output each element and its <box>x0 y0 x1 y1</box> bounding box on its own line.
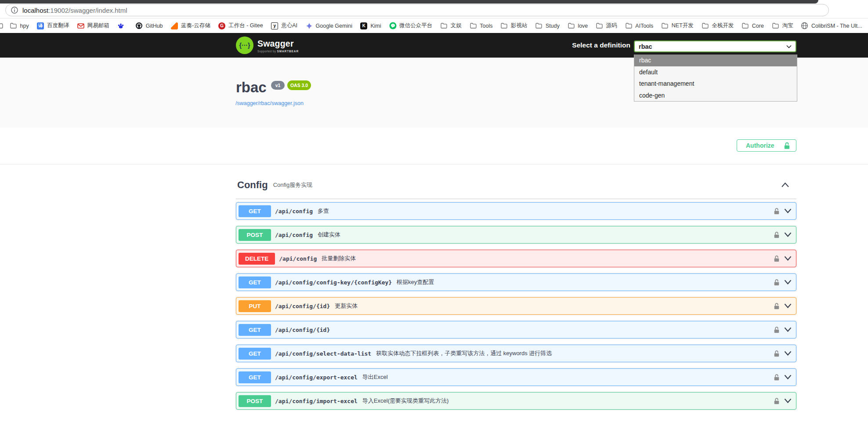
address-bar[interactable]: localhost:19002/swagger/index.html <box>5 4 829 16</box>
bookmark-item[interactable] <box>117 22 128 29</box>
bookmark-item[interactable]: ColibriSM - The Ult... <box>801 22 862 29</box>
lock-icon[interactable] <box>774 231 780 239</box>
lock-icon[interactable] <box>774 374 780 381</box>
bookmark-label: 全栈开发 <box>712 22 734 29</box>
definition-dropdown: rbacdefaulttenant-managementcode-gen <box>634 55 797 102</box>
bookmark-item[interactable]: Google Gemini <box>305 22 352 29</box>
operation-row-get-5[interactable]: GET/api/config/{id} <box>236 321 796 338</box>
bookmark-label: Core <box>752 23 764 29</box>
bookmark-label: GitHub <box>146 23 163 29</box>
bookmark-item[interactable]: 淘宝 <box>772 22 793 29</box>
operation-row-get-3[interactable]: GET/api/config/config-key/{configKey}根据k… <box>236 273 796 291</box>
lock-icon[interactable] <box>774 326 780 334</box>
bookmark-item[interactable]: KKimi <box>360 22 381 29</box>
bookmark-item[interactable]: Core <box>741 22 764 29</box>
operation-row-get-7[interactable]: GET/api/config/export-excel导出Excel <box>236 368 796 386</box>
operation-path: /api/config/{id} <box>275 303 330 309</box>
bookmark-label: 意心AI <box>281 22 297 29</box>
tag-divider <box>236 199 796 199</box>
swagger-logo-icon: {···} <box>236 36 253 54</box>
operation-path: /api/config <box>275 232 313 238</box>
operation-row-get-0[interactable]: GET/api/config多查 <box>236 202 796 220</box>
lock-icon[interactable] <box>774 207 780 215</box>
bookmark-item[interactable]: hpy <box>10 22 29 29</box>
tag-title: Config <box>237 179 268 191</box>
favicon-yixin: y <box>271 22 278 29</box>
lock-icon[interactable] <box>774 255 780 262</box>
favicon-gemini <box>305 22 313 29</box>
method-badge: DELETE <box>239 253 275 265</box>
expand-chevron-down-icon[interactable] <box>784 398 792 404</box>
definition-option-default[interactable]: default <box>634 66 797 78</box>
bookmark-label: 工作台 - Gitee <box>228 22 263 29</box>
bookmark-label: Google Gemini <box>316 23 352 29</box>
folder-icon <box>625 22 633 29</box>
folder-icon <box>772 22 779 29</box>
bookmark-label: 淘宝 <box>782 22 793 29</box>
api-title: rbac <box>236 80 267 95</box>
operation-row-put-4[interactable]: PUT/api/config/{id}更新实体 <box>236 297 796 315</box>
operation-row-delete-2[interactable]: DELETE/api/config批量删除实体 <box>236 250 796 267</box>
operation-summary: 导入Excel(需要实现类重写此方法) <box>362 397 448 405</box>
operation-path: /api/config/import-excel <box>275 398 358 404</box>
bookmark-label: Tools <box>480 23 492 29</box>
bookmark-item[interactable]: GitHub <box>135 22 163 29</box>
spec-json-link[interactable]: /swagger/rbac/swagger.json <box>235 100 304 106</box>
expand-chevron-down-icon[interactable] <box>784 303 792 309</box>
bookmark-item[interactable]: 源码 <box>596 22 617 29</box>
definition-option-rbac[interactable]: rbac <box>634 55 797 66</box>
authorize-button[interactable]: Authorize <box>737 139 796 152</box>
bookmark-item[interactable]: 网易邮箱 <box>77 22 109 29</box>
bookmark-label: 网易邮箱 <box>87 22 109 29</box>
bookmark-label: 百度翻译 <box>47 22 69 29</box>
bookmark-item[interactable]: 微信公众平台 <box>389 22 433 29</box>
bookmark-item[interactable]: G工作台 - Gitee <box>218 22 263 29</box>
favicon-square: 译 <box>37 22 44 29</box>
bookmark-item[interactable]: love <box>568 22 588 29</box>
bookmark-item[interactable]: Study <box>535 22 559 29</box>
bookmark-label: 微信公众平台 <box>399 22 432 29</box>
url-text: localhost:19002/swagger/index.html <box>22 7 127 14</box>
definition-select[interactable]: rbac <box>634 40 796 52</box>
method-badge: GET <box>239 348 271 360</box>
bookmark-item[interactable]: Tools <box>470 22 493 29</box>
scheme-container: Authorize <box>0 127 868 164</box>
bookmark-item[interactable]: 全栈开发 <box>702 22 734 29</box>
operation-path: /api/config <box>275 208 313 215</box>
page-info-icon[interactable] <box>11 7 18 14</box>
operation-row-get-6[interactable]: GET/api/config/select-data-list获取实体动态下拉框… <box>236 345 796 362</box>
operation-summary: 多查 <box>318 207 329 215</box>
swagger-logo[interactable]: {···} Swagger Supported by SMARTBEAR <box>236 36 299 54</box>
operation-row-post-1[interactable]: POST/api/config创建实体 <box>236 226 796 244</box>
definition-option-tenant-management[interactable]: tenant-management <box>634 78 797 90</box>
operation-path: /api/config <box>279 255 317 262</box>
expand-chevron-down-icon[interactable] <box>784 375 792 380</box>
lock-icon[interactable] <box>774 302 780 310</box>
expand-chevron-down-icon[interactable] <box>784 232 792 237</box>
bookmark-item[interactable]: NET开发 <box>661 22 694 29</box>
bookmark-item[interactable]: AITools <box>625 22 654 29</box>
operation-summary: 导出Excel <box>362 373 388 381</box>
bookmark-label: 源码 <box>606 22 617 29</box>
bookmark-item[interactable]: y意心AI <box>271 22 297 29</box>
bookmark-item[interactable]: 蓝奏-云存储 <box>171 22 210 29</box>
lock-icon[interactable] <box>774 397 780 405</box>
operation-path: /api/config/export-excel <box>275 374 358 381</box>
expand-chevron-down-icon[interactable] <box>784 208 792 214</box>
collapse-chevron-up-icon[interactable] <box>781 182 789 188</box>
lock-icon[interactable] <box>774 279 780 286</box>
browser-top-band <box>0 0 818 4</box>
bookmark-item[interactable]: 文娱 <box>440 22 462 29</box>
operation-summary: 获取实体动态下拉框列表，子类重写该方法，通过 keywords 进行筛选 <box>376 349 552 357</box>
lock-icon[interactable] <box>774 350 780 357</box>
operation-row-post-8[interactable]: POST/api/config/import-excel导入Excel(需要实现… <box>236 392 796 410</box>
tag-header-config[interactable]: Config Config服务实现 <box>236 178 796 193</box>
bookmark-item[interactable]: 译百度翻译 <box>37 22 69 29</box>
method-badge: GET <box>239 324 271 336</box>
expand-chevron-down-icon[interactable] <box>784 351 792 356</box>
expand-chevron-down-icon[interactable] <box>784 256 792 261</box>
expand-chevron-down-icon[interactable] <box>784 327 792 332</box>
bookmark-item[interactable]: 影视站 <box>500 22 527 29</box>
expand-chevron-down-icon[interactable] <box>784 280 792 285</box>
definition-option-code-gen[interactable]: code-gen <box>634 90 797 102</box>
